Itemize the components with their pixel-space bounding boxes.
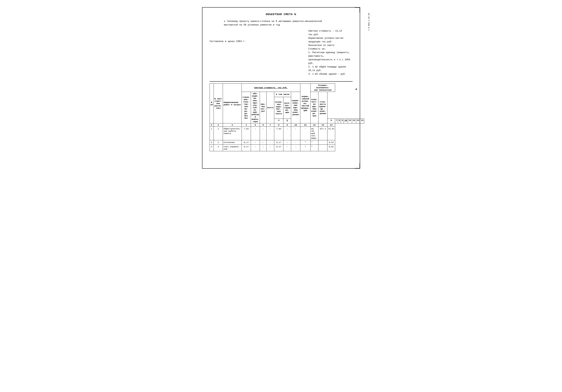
side-number: 4 [355,88,357,91]
th-name: Наименованиеработ и затрат [223,84,242,123]
cell-r1-c5: – [260,140,267,145]
idx-11: II [300,123,310,127]
cell-r1-c11: " [311,140,318,145]
th-vsego: всего [266,92,274,123]
cell-r0-c3: 7,82 [242,127,251,140]
col-n-12: I2 [352,119,356,123]
corner-bracket-top-right [355,7,360,12]
cell-r0-c2: Общестроитель-ные работы навеса [223,127,242,140]
cell-r0-c0: 1 [210,127,214,140]
table-row: 33Узел управле-ния0,27–––0,27––""0,82 [210,145,364,151]
th-obo: обо-рудо-ва-ния,при-спо-соб-ле-ний,мебел… [251,92,260,123]
idx-12: I2 [311,123,318,127]
th-v-tom-chisle: в том числе [274,92,291,97]
side-label-top: Т.П.803-1-25.84 [368,13,370,31]
cell-r1-c13: 0,52 [327,140,335,145]
idx-8: 8 [274,123,283,127]
th-techno: Технико-экономичес-кие показатели [311,84,335,92]
info-line9: 3. 1 м3 объема здания – руб. [308,72,352,76]
th-eksp: эксп-луа-тацияма-шин [283,97,291,119]
cell-r2-c10: " [300,145,310,151]
info-line4: Показатели по смете: [308,44,352,47]
cell-r1-c3: 0,17 [242,140,251,145]
col-n-9: 9 [341,119,344,123]
cell-r1-c2: Отопление [223,140,242,145]
th-naim: наиме-нова-ниееди-ницизме-рения [291,92,300,123]
th-smet: № смет(смет-ныхрасче-тов) [214,84,223,123]
page-title: ОБЪЕКТНАЯ СМЕТА № [210,13,352,16]
cell-r2-c8: – [283,145,291,151]
col-n-11: II [348,119,352,123]
cell-r2-c3: 0,27 [242,145,251,151]
col-n-7: 7 [335,119,338,123]
cell-r2-c5: – [260,145,267,151]
idx-4: 4 [242,123,251,127]
col-n-14: I4 [360,119,364,123]
info-block: Сметная стоимость – 13,13 тыс.руб. Норма… [308,29,352,76]
subtitle: к типовому проекту навеса–стоянки на 9 а… [224,20,352,27]
th-stoi: стои-мостьедини-цы -изме-рения [318,92,327,123]
col-n-4: 4 [274,119,283,123]
cell-r0-c10: – [300,127,310,140]
header-section: ОБЪЕКТНАЯ СМЕТА № [210,13,352,16]
th-osnov: основ-наязара-бот-наяплата [274,97,283,119]
cell-r2-c13: 0,82 [327,145,335,151]
cell-r2-c7: 0,27 [274,145,283,151]
idx-14: I4 [327,123,335,127]
cell-r1-c6: – [266,140,274,145]
header-row-1: №пп № смет(смет-ныхрасче-тов) Наименован… [210,84,364,92]
th-smetnaya: Сметная стоимость, тнс.руб. [242,84,300,92]
cell-r2-c9: – [291,145,300,151]
info-line7: производительность и т.п.) 1059 руб. [308,58,352,65]
cell-r2-c4: – [251,145,260,151]
cell-r2-c6: – [266,145,274,151]
info-line1: Сметная стоимость – 13,13 тыс.руб. [308,29,352,36]
idx-3: 3 [223,123,242,127]
cell-r0-c11: м2 об-щей пло-щади [311,127,318,140]
cell-r0-c13: 23,91 [327,127,335,140]
idx-13: I3 [318,123,327,127]
th-norma: норма-тивнойуслов-но-чистойпродук-ции [300,84,310,123]
cell-r0-c9: – [291,127,300,140]
cell-r1-c9: – [291,140,300,145]
cell-r2-c0: 3 [210,145,214,151]
cell-r0-c8: – [283,127,291,140]
cell-r0-c7: 7,82 [274,127,283,140]
cell-r1-c12 [318,140,327,145]
idx-1: I [210,123,214,127]
col-index-row: I 2 3 4 5 6 7 8 9 10 II I2 I3 I4 [210,123,364,127]
col-n-8: 8 [338,119,341,123]
table-row: 11Общестроитель-ные работы навеса7,82–––… [210,127,364,140]
cell-r2-c12 [318,145,327,151]
col-n-10: 10 [344,119,348,123]
cell-r2-c1: 3 [214,145,223,151]
cell-r0-c4: – [251,127,260,140]
col-n-13: I3 [356,119,360,123]
idx-9: 9 [283,123,291,127]
info-line6: 1. Расчетную единицу (мощность, вместимо… [308,51,352,58]
th-num: №пп [210,84,214,123]
idx-6: 6 [260,123,267,127]
th-pro: про-чихзат-рат [260,92,267,123]
corner-bracket-bottom-right [355,163,360,169]
th-kol: коли-чест-воеди-ницизме-ре-ния [311,92,318,123]
idx-10: 10 [291,123,300,127]
idx-2: 2 [214,123,223,127]
date-section: Составлена в ценах 1984 г. [210,29,255,78]
page-wrapper: Т.П.803-1-25.84 Ал. III ОБЪЕКТНАЯ СМЕТА … [202,7,360,169]
col-n-5: 5 [283,119,291,123]
main-divider [210,81,352,82]
idx-5: 5 [251,123,260,127]
date-label: Составлена в ценах 1984 г. [210,40,255,43]
subtitle-line2: мастерской на 50 условных ремонтов в год [224,23,352,27]
table-row: 22Отопление0,17–––0,17––""0,52 [210,140,364,145]
cell-r0-c6: – [266,127,274,140]
idx-7: 7 [266,123,274,127]
col-n-6: 6 [327,119,335,123]
cell-r0-c12: 327,2 [318,127,327,140]
info-line3: продукция тнс.руб. [308,40,352,44]
cell-r0-c5: – [260,127,267,140]
cell-r2-c2: Узел управле-ния [223,145,242,151]
th-stroy: строи–мон-тель- таж-ных ва-ра- ра-бот бо… [242,92,251,123]
cell-r2-c11: " [311,145,318,151]
